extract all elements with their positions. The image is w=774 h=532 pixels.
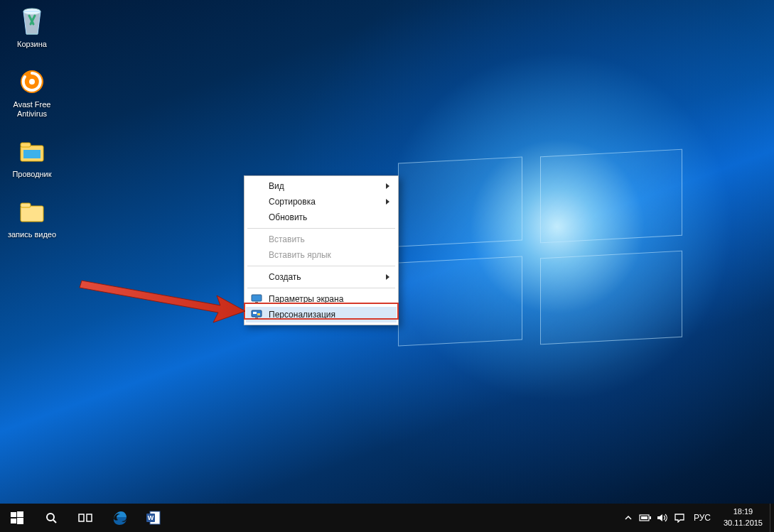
taskbar-app-edge[interactable] (102, 504, 136, 532)
svg-rect-17 (17, 511, 23, 517)
monitor-icon (251, 294, 262, 304)
context-item-sort[interactable]: Сортировка (246, 194, 397, 210)
tray-input-language[interactable]: РУС (688, 504, 716, 532)
submenu-arrow-icon (386, 274, 389, 280)
svg-rect-7 (21, 203, 31, 207)
svg-rect-28 (650, 516, 651, 519)
file-explorer-icon (15, 136, 49, 167)
personalize-icon (251, 310, 262, 320)
desktop-icon-avast[interactable]: Avast Free Antivirus (3, 63, 61, 123)
context-item-label: Сортировка (269, 197, 316, 207)
action-center-icon (674, 513, 685, 523)
task-view-button[interactable] (68, 504, 102, 532)
svg-rect-5 (23, 150, 41, 158)
svg-rect-6 (21, 206, 43, 222)
svg-rect-4 (21, 143, 31, 147)
wallpaper-pane (540, 149, 682, 243)
svg-rect-16 (11, 512, 16, 517)
context-item-personalize[interactable]: Персонализация (246, 307, 397, 322)
submenu-arrow-icon (386, 183, 389, 189)
word-icon: W (145, 509, 162, 526)
context-separator (247, 266, 395, 266)
desktop-icon-video-folder[interactable]: запись видео (3, 193, 61, 244)
svg-point-2 (29, 79, 35, 85)
windows-logo-icon (11, 511, 23, 524)
context-item-label: Параметры экрана (269, 294, 343, 304)
context-item-label: Вид (269, 181, 284, 191)
context-item-display-settings[interactable]: Параметры экрана (246, 291, 397, 307)
taskbar-app-word[interactable]: W (136, 504, 171, 532)
context-item-label: Обновить (269, 212, 307, 222)
context-item-paste-shortcut: Вставить ярлык (246, 247, 397, 263)
svg-rect-14 (255, 317, 258, 319)
svg-rect-13 (257, 313, 260, 315)
taskbar-spacer (171, 504, 620, 532)
svg-line-21 (53, 520, 56, 523)
svg-rect-8 (252, 295, 262, 301)
battery-icon (639, 514, 652, 522)
desktop-icon-label: Проводник (12, 170, 51, 178)
context-item-label: Создать (269, 272, 301, 282)
context-item-view[interactable]: Вид (246, 178, 397, 194)
svg-rect-18 (11, 519, 16, 523)
desktop-icon-label: запись видео (8, 230, 56, 239)
context-item-refresh[interactable]: Обновить (246, 210, 397, 225)
desktop-icon-label: Avast Free Antivirus (14, 100, 51, 118)
clock-date: 30.11.2015 (724, 517, 763, 528)
wallpaper-pane (398, 156, 522, 246)
context-item-paste: Вставить (246, 232, 397, 247)
svg-rect-15 (254, 319, 259, 320)
show-desktop-button[interactable] (770, 504, 774, 532)
tray-overflow-button[interactable] (620, 504, 637, 532)
svg-point-20 (47, 514, 54, 521)
context-item-new[interactable]: Создать (246, 269, 397, 285)
task-view-icon (78, 512, 92, 523)
tray-clock[interactable]: 18:19 30.11.2015 (716, 504, 770, 532)
search-icon (45, 511, 58, 524)
speaker-icon (657, 513, 668, 523)
chevron-up-icon (625, 514, 632, 521)
context-item-label: Вставить (269, 234, 305, 244)
wallpaper-pane (398, 256, 522, 346)
clock-time: 18:19 (724, 506, 763, 517)
svg-rect-9 (255, 302, 258, 303)
submenu-arrow-icon (386, 199, 389, 205)
folder-icon (15, 196, 49, 227)
tray-action-center[interactable] (671, 504, 688, 532)
desktop-icon-recycle-bin[interactable]: Корзина (3, 3, 61, 53)
context-separator (247, 228, 395, 229)
recycle-bin-icon (15, 6, 49, 37)
svg-rect-10 (254, 303, 259, 304)
svg-rect-12 (253, 312, 257, 314)
taskbar: W РУС (0, 504, 774, 532)
context-separator (247, 288, 395, 288)
edge-icon (111, 509, 128, 526)
wallpaper-pane (540, 251, 682, 344)
input-language-label: РУС (694, 513, 711, 523)
svg-text:W: W (148, 514, 154, 521)
avast-icon (15, 66, 49, 97)
tray-battery[interactable] (637, 504, 654, 532)
svg-rect-23 (87, 514, 92, 521)
context-item-label: Персонализация (269, 310, 335, 320)
desktop-icons: Корзина Avast Free Antivirus Проводн (3, 3, 67, 254)
tray-volume[interactable] (654, 504, 671, 532)
svg-rect-22 (79, 514, 84, 521)
svg-rect-19 (17, 518, 23, 524)
svg-rect-29 (641, 516, 647, 519)
context-item-label: Вставить ярлык (269, 250, 331, 260)
start-button[interactable] (0, 504, 34, 532)
desktop-icon-explorer[interactable]: Проводник (3, 133, 61, 183)
desktop-context-menu: Вид Сортировка Обновить Вставить Вставит… (244, 175, 399, 325)
desktop-icon-label: Корзина (17, 40, 47, 48)
search-button[interactable] (34, 504, 68, 532)
annotation-arrow (78, 270, 249, 327)
desktop[interactable]: Корзина Avast Free Antivirus Проводн (0, 0, 774, 504)
